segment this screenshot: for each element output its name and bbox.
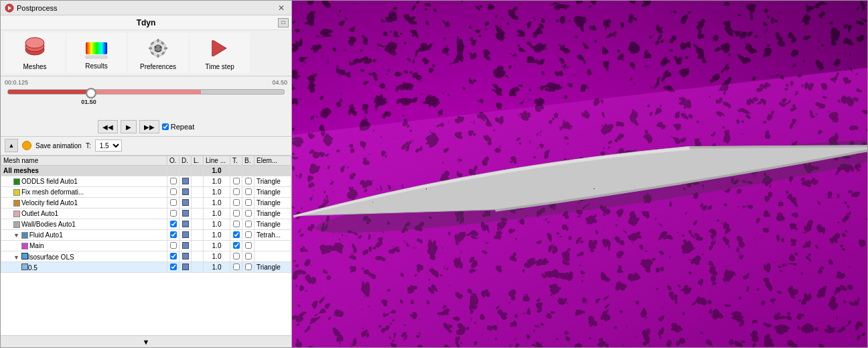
main-t-checkbox[interactable]	[233, 242, 240, 249]
main-o-checkbox[interactable]	[170, 242, 177, 249]
oddls-o-checkbox[interactable]	[170, 178, 177, 184]
wall-b-checkbox[interactable]	[245, 221, 252, 227]
svg-point-4	[25, 38, 44, 48]
fluid-b-checkbox[interactable]	[245, 231, 252, 238]
rewind-button[interactable]: ◀◀	[98, 120, 118, 133]
color-swatch	[13, 211, 20, 217]
mesh-name-all: All meshes	[1, 166, 167, 176]
time-start: 00:0.125	[5, 79, 28, 86]
svg-rect-33	[794, 269, 796, 270]
time-end: 04.50	[272, 79, 287, 86]
svg-rect-9	[157, 39, 159, 42]
05-o-checkbox[interactable]	[170, 264, 177, 270]
time-step-button[interactable]: Time step	[190, 33, 250, 73]
table-row: ▼ Fluid Auto1 1.0 Tetrah...	[1, 230, 291, 241]
slider-thumb[interactable]	[86, 88, 96, 99]
table-row: ODDLS field Auto1 1.0 Triangle	[1, 176, 291, 187]
play-button[interactable]: ▶	[121, 120, 137, 133]
svg-rect-26	[372, 202, 373, 202]
title-bar-title: Postprocess	[17, 4, 58, 12]
toolbar: Meshes	[1, 30, 291, 76]
table-row: Main 1.0	[1, 241, 291, 251]
preferences-button[interactable]: Preferences	[128, 33, 188, 73]
expand-fluid[interactable]: ▼	[13, 232, 19, 239]
vel-t-checkbox[interactable]	[233, 199, 240, 206]
table-row: All meshes 1.0	[1, 166, 291, 176]
svg-rect-11	[149, 47, 152, 49]
iso-o-checkbox[interactable]	[170, 253, 177, 259]
mesh-name-outlet: Outlet Auto1	[1, 209, 167, 219]
color-swatch	[21, 243, 28, 249]
vel-b-checkbox[interactable]	[245, 199, 252, 206]
col-header-o: O.	[167, 156, 179, 166]
t-select[interactable]: 1.5 2.0 2.5 3.0	[95, 139, 122, 152]
fluid-t-checkbox[interactable]	[233, 231, 240, 238]
05-b-checkbox[interactable]	[245, 264, 252, 270]
scroll-down-button[interactable]: ▼	[1, 335, 291, 347]
col-header-name: Mesh name	[1, 156, 167, 166]
table-row: Fix mesh deformati... 1.0 Triangle	[1, 187, 291, 198]
timeline-section: 00:0.125 04.50 01.50 ◀◀ ▶ ▶▶ Repeat	[1, 76, 291, 137]
outlet-t-checkbox[interactable]	[233, 210, 240, 217]
results-button[interactable]: Results	[66, 33, 127, 73]
col-header-elem: Elem...	[255, 156, 291, 166]
table-row: ▼ Isosurface OLS 1.0	[1, 251, 291, 262]
save-row: ▲ Save animation T: 1.5 2.0 2.5 3.0	[1, 137, 291, 156]
fast-forward-button[interactable]: ▶▶	[139, 120, 159, 133]
color-swatch	[13, 221, 20, 228]
slider-track[interactable]	[7, 89, 285, 95]
fix-d-swatch	[182, 188, 189, 195]
oddls-d-swatch	[182, 178, 189, 184]
fix-o-checkbox[interactable]	[170, 188, 177, 195]
fluid-o-checkbox[interactable]	[170, 231, 177, 238]
time-step-label: Time step	[205, 63, 234, 70]
mesh-name-fluid: ▼ Fluid Auto1	[1, 230, 167, 241]
color-swatch	[13, 200, 20, 207]
oddls-b-checkbox[interactable]	[245, 178, 252, 184]
outlet-b-checkbox[interactable]	[245, 210, 252, 217]
iso-b-checkbox[interactable]	[245, 253, 252, 259]
preferences-icon	[146, 36, 170, 60]
vel-o-checkbox[interactable]	[170, 199, 177, 206]
playback-controls: ◀◀ ▶ ▶▶ Repeat	[5, 119, 287, 135]
mesh-name-isosurface: ▼ Isosurface OLS	[1, 251, 167, 262]
outlet-o-checkbox[interactable]	[170, 210, 177, 217]
table-row: Velocity field Auto1 1.0 Triangle	[1, 198, 291, 209]
vel-d-swatch	[182, 199, 189, 206]
svg-rect-27	[346, 235, 347, 236]
viewport	[292, 1, 867, 347]
wall-d-swatch	[182, 221, 189, 227]
col-header-b: B.	[242, 156, 255, 166]
color-swatch	[13, 189, 20, 196]
05-t-checkbox[interactable]	[233, 264, 240, 270]
meshes-label: Meshes	[23, 63, 46, 70]
scroll-up-button[interactable]: ▲	[5, 139, 18, 152]
col-header-d: D.	[179, 156, 192, 166]
fluid-d-swatch	[182, 231, 189, 238]
close-button[interactable]: ✕	[275, 3, 287, 13]
fix-b-checkbox[interactable]	[245, 188, 252, 195]
oddls-t-checkbox[interactable]	[233, 178, 240, 184]
restore-button[interactable]: □	[278, 18, 289, 27]
mesh-name-05: 0.5	[1, 262, 167, 273]
iso-t-checkbox[interactable]	[233, 253, 240, 259]
fix-t-checkbox[interactable]	[233, 188, 240, 195]
mesh-name-wall: Wall/Bodies Auto1	[1, 219, 167, 230]
app-title-row: Tdyn □	[1, 15, 291, 30]
outlet-d-swatch	[182, 210, 189, 217]
wall-t-checkbox[interactable]	[233, 221, 240, 227]
mesh-table-container[interactable]: Mesh name O. D. L. Line ... T. B. Elem..…	[1, 156, 291, 335]
repeat-label: Repeat	[171, 123, 194, 131]
wall-o-checkbox[interactable]	[170, 221, 177, 227]
svg-rect-5	[86, 42, 107, 54]
repeat-checkbox[interactable]	[162, 123, 169, 130]
svg-rect-6	[86, 56, 107, 58]
svg-rect-32	[727, 229, 728, 230]
t-label: T:	[86, 142, 91, 150]
svg-rect-34	[841, 242, 842, 243]
main-b-checkbox[interactable]	[245, 242, 252, 249]
title-bar-left: Postprocess	[5, 3, 58, 13]
meshes-button[interactable]: Meshes	[5, 33, 65, 73]
expand-isosurface[interactable]: ▼	[13, 254, 19, 261]
results-label: Results	[85, 62, 107, 70]
